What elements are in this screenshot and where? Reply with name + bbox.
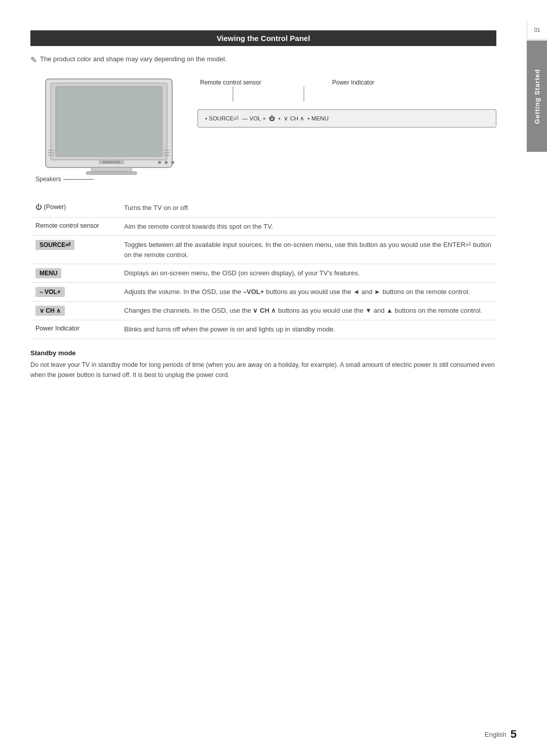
control-panel-area: Remote control sensor Power Indicator • … bbox=[187, 74, 496, 128]
page-content: Viewing the Control Panel ✎ The product … bbox=[0, 0, 527, 756]
table-row: Remote control sensorAim the remote cont… bbox=[30, 217, 496, 236]
page-footer: English 5 bbox=[485, 728, 517, 741]
svg-rect-5 bbox=[91, 167, 132, 172]
svg-rect-6 bbox=[86, 172, 137, 175]
remote-sensor-label: Remote control sensor bbox=[200, 79, 261, 86]
table-row: Power IndicatorBlinks and turns off when… bbox=[30, 320, 496, 339]
tv-illustration: SAMSUNG Speakers bbox=[30, 74, 187, 187]
svg-rect-11 bbox=[48, 152, 54, 153]
speakers-label: Speakers bbox=[35, 176, 94, 183]
chapter-label: Getting Started bbox=[527, 40, 547, 152]
feature-label-cell: MENU bbox=[30, 264, 119, 283]
svg-text:SAMSUNG: SAMSUNG bbox=[102, 160, 120, 164]
control-strip-text: • SOURCE⏎ — VOL + ⏻ • ∨ CH ∧ • MENU bbox=[205, 115, 329, 122]
feature-description-cell: Toggles between all the available input … bbox=[119, 236, 496, 264]
side-tab: 01 Getting Started bbox=[527, 0, 547, 756]
svg-rect-2 bbox=[56, 87, 162, 156]
note-line: ✎ The product color and shape may vary d… bbox=[30, 55, 496, 65]
power-indicator-label: Power Indicator bbox=[332, 79, 374, 86]
svg-rect-15 bbox=[164, 155, 170, 156]
speakers-line bbox=[63, 179, 94, 180]
chapter-number: 01 bbox=[527, 20, 547, 39]
feature-description-cell: Changes the channels. In the OSD, use th… bbox=[119, 302, 496, 320]
feature-label-bg: MENU bbox=[35, 268, 61, 278]
svg-rect-12 bbox=[48, 155, 54, 156]
feature-description-cell: Aim the remote control towards this spot… bbox=[119, 217, 496, 236]
table-row: – VOL+Adjusts the volume. In the OSD, us… bbox=[30, 283, 496, 302]
svg-point-8 bbox=[165, 161, 168, 164]
standby-section: Standby mode Do not leave your TV in sta… bbox=[30, 349, 496, 380]
standby-title: Standby mode bbox=[30, 349, 496, 357]
table-row: SOURCE⏎Toggles between all the available… bbox=[30, 236, 496, 264]
feature-label-bg: ∨ CH ∧ bbox=[35, 306, 65, 316]
feature-label-plain: ⏻ (Power) bbox=[35, 203, 66, 211]
feature-label-bg: SOURCE⏎ bbox=[35, 240, 74, 250]
svg-point-7 bbox=[158, 161, 161, 164]
svg-rect-14 bbox=[164, 152, 170, 153]
svg-rect-10 bbox=[48, 150, 54, 151]
svg-rect-13 bbox=[164, 150, 170, 151]
diagram-area: SAMSUNG Speakers bbox=[30, 74, 496, 187]
feature-label-cell: Remote control sensor bbox=[30, 217, 119, 236]
language-label: English bbox=[485, 731, 506, 738]
feature-description-cell: Adjusts the volume. In the OSD, use the … bbox=[119, 283, 496, 302]
feature-description-cell: Blinks and turns off when the power is o… bbox=[119, 320, 496, 339]
tv-svg: SAMSUNG bbox=[30, 74, 187, 185]
feature-description-cell: Turns the TV on or off. bbox=[119, 199, 496, 217]
feature-label-cell: ∨ CH ∧ bbox=[30, 302, 119, 320]
page-title: Viewing the Control Panel bbox=[30, 30, 496, 46]
table-row: ∨ CH ∧Changes the channels. In the OSD, … bbox=[30, 302, 496, 320]
feature-label-cell: Power Indicator bbox=[30, 320, 119, 339]
feature-label-cell: – VOL+ bbox=[30, 283, 119, 302]
feature-label-bg: – VOL+ bbox=[35, 287, 65, 297]
control-strip: • SOURCE⏎ — VOL + ⏻ • ∨ CH ∧ • MENU bbox=[198, 109, 496, 128]
feature-label-cell: ⏻ (Power) bbox=[30, 199, 119, 217]
feature-table: ⏻ (Power)Turns the TV on or off.Remote c… bbox=[30, 199, 496, 339]
feature-description-cell: Displays an on-screen menu, the OSD (on … bbox=[119, 264, 496, 283]
feature-label-cell: SOURCE⏎ bbox=[30, 236, 119, 264]
svg-point-9 bbox=[171, 161, 174, 164]
feature-label-plain: Remote control sensor bbox=[35, 222, 99, 229]
table-row: MENUDisplays an on-screen menu, the OSD … bbox=[30, 264, 496, 283]
standby-text: Do not leave your TV in standby mode for… bbox=[30, 360, 496, 380]
note-icon: ✎ bbox=[30, 55, 37, 65]
feature-label-plain: Power Indicator bbox=[35, 325, 80, 332]
page-number: 5 bbox=[511, 728, 517, 741]
table-row: ⏻ (Power)Turns the TV on or off. bbox=[30, 199, 496, 217]
